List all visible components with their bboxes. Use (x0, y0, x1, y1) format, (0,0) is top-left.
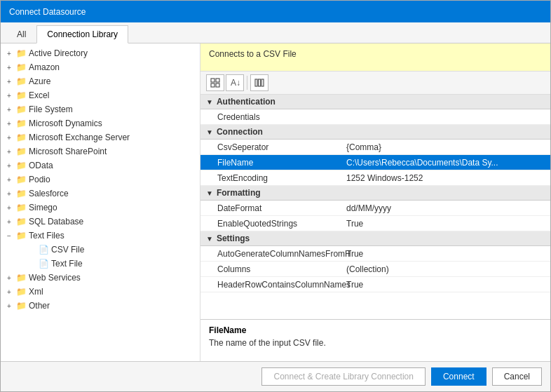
tree-item-podio[interactable]: + 📁 Podio (1, 173, 200, 187)
file-icon: 📄 (38, 258, 49, 269)
expand-icon: + (4, 146, 15, 157)
tree-item-text-files[interactable]: − 📁 Text Files (1, 229, 200, 243)
detail-description: The name of the input CSV file. (209, 338, 542, 348)
grid-icon (210, 78, 220, 88)
section-settings[interactable]: ▼ Settings (200, 231, 550, 246)
expand-icon: + (4, 300, 15, 311)
svg-rect-3 (216, 83, 219, 87)
section-formatting[interactable]: ▼ Formatting (200, 186, 550, 201)
description-text: Connects to a CSV File (209, 49, 297, 59)
expand-icon: + (4, 286, 15, 297)
folder-icon: 📁 (15, 202, 27, 213)
section-connection[interactable]: ▼ Connection (200, 125, 550, 140)
expand-icon: + (4, 62, 15, 73)
tree-item-web-services[interactable]: + 📁 Web Services (1, 271, 200, 285)
svg-rect-7 (261, 79, 264, 86)
tree-item-microsoft-exchange-server[interactable]: + 📁 Microsoft Exchange Server (1, 130, 200, 144)
expand-icon: + (4, 118, 15, 129)
tree-item-other[interactable]: + 📁 Other (1, 299, 200, 313)
bottom-bar: Connect & Create Library Connection Conn… (1, 361, 550, 391)
prop-row-filename[interactable]: FileName C:\Users\Rebecca\Documents\Data… (200, 155, 550, 170)
folder-icon: 📁 (15, 230, 27, 241)
properties-area: ▼ Authentication Credentials ▼ Connectio… (200, 95, 550, 319)
folder-icon: 📁 (15, 272, 27, 283)
folder-icon: 📁 (15, 160, 27, 171)
chevron-down-icon: ▼ (206, 98, 213, 106)
tree-item-amazon[interactable]: + 📁 Amazon (1, 60, 200, 74)
left-panel[interactable]: + 📁 Active Directory + 📁 Amazon + 📁 Azur… (1, 43, 200, 361)
section-authentication[interactable]: ▼ Authentication (200, 95, 550, 109)
folder-icon: 📁 (15, 62, 27, 73)
detail-box: FileName The name of the input CSV file. (200, 319, 550, 361)
connect-button[interactable]: Connect (431, 367, 487, 386)
tree-item-active-directory[interactable]: + 📁 Active Directory (1, 46, 200, 60)
svg-rect-6 (259, 79, 261, 86)
dialog-title-bar: Connect Datasource (1, 1, 550, 22)
grid-view-button[interactable] (206, 74, 224, 91)
columns-icon (254, 78, 264, 88)
expand-icon: + (4, 272, 15, 283)
svg-rect-5 (255, 79, 257, 86)
connect-datasource-dialog: Connect Datasource All Connection Librar… (0, 0, 551, 392)
chevron-down-icon: ▼ (206, 235, 213, 243)
tree-item-simego[interactable]: + 📁 Simego (1, 201, 200, 215)
expand-icon: + (4, 174, 15, 185)
tab-connection-library[interactable]: Connection Library (36, 25, 128, 43)
prop-row-autogenerate[interactable]: AutoGenerateColumnNamesFromH True (200, 246, 550, 262)
tree-item-odata[interactable]: + 📁 OData (1, 158, 200, 173)
svg-text:A↓: A↓ (231, 78, 240, 88)
description-box: Connects to a CSV File (200, 43, 550, 72)
tree-item-xml[interactable]: + 📁 Xml (1, 285, 200, 299)
prop-row-columns[interactable]: Columns (Collection) (200, 262, 550, 277)
expand-icon: + (4, 202, 15, 213)
svg-rect-0 (211, 79, 215, 82)
svg-rect-1 (216, 79, 219, 82)
expand-icon: + (4, 160, 15, 171)
prop-row-dateformat[interactable]: DateFormat dd/MM/yyyy (200, 201, 550, 216)
columns-button[interactable] (250, 74, 268, 91)
folder-icon: 📁 (15, 48, 27, 59)
cancel-button[interactable]: Cancel (492, 367, 542, 386)
content-area: + 📁 Active Directory + 📁 Amazon + 📁 Azur… (1, 43, 550, 361)
folder-icon: 📁 (15, 188, 27, 199)
tree-item-file-system[interactable]: + 📁 File System (1, 102, 200, 116)
expand-icon: + (4, 104, 15, 115)
expand-icon: + (4, 90, 15, 101)
chevron-down-icon: ▼ (206, 189, 213, 197)
folder-icon: 📁 (15, 76, 27, 87)
sort-button[interactable]: A↓ (226, 74, 244, 91)
toolbar-divider (247, 76, 247, 90)
prop-row-headerrow[interactable]: HeaderRowContainsColumnNames True (200, 277, 550, 292)
tree-item-text-file[interactable]: + 📄 Text File (1, 257, 200, 271)
connect-library-button[interactable]: Connect & Create Library Connection (261, 367, 425, 386)
properties-toolbar: A↓ (200, 72, 550, 95)
sort-icon: A↓ (230, 78, 240, 88)
folder-icon: 📁 (15, 146, 27, 157)
tree-item-microsoft-sharepoint[interactable]: + 📁 Microsoft SharePoint (1, 144, 200, 158)
tab-all[interactable]: All (6, 25, 36, 43)
tree-item-salesforce[interactable]: + 📁 Salesforce (1, 187, 200, 201)
right-panel: Connects to a CSV File A↓ (200, 43, 550, 361)
tree-item-azure[interactable]: + 📁 Azure (1, 74, 200, 88)
chevron-down-icon: ▼ (206, 128, 213, 136)
prop-row-enablequotedstrings[interactable]: EnableQuotedStrings True (200, 216, 550, 231)
dialog-title: Connect Datasource (9, 7, 86, 17)
tree-item-csv-file[interactable]: + 📄 CSV File (1, 243, 200, 257)
folder-icon: 📁 (15, 132, 27, 143)
svg-rect-2 (211, 83, 215, 87)
expand-icon: + (4, 216, 15, 227)
tree-item-microsoft-dynamics[interactable]: + 📁 Microsoft Dynamics (1, 116, 200, 130)
tabs-row: All Connection Library (1, 22, 550, 43)
prop-row-credentials[interactable]: Credentials (200, 109, 550, 125)
tree-item-sql-database[interactable]: + 📁 SQL Database (1, 215, 200, 229)
folder-icon: 📁 (15, 300, 27, 311)
prop-row-textencoding[interactable]: TextEncoding 1252 Windows-1252 (200, 170, 550, 186)
detail-title: FileName (209, 325, 542, 335)
expand-icon: + (4, 132, 15, 143)
folder-icon: 📁 (15, 118, 27, 129)
folder-icon: 📁 (15, 104, 27, 115)
prop-row-csvseperator[interactable]: CsvSeperator {Comma} (200, 140, 550, 155)
folder-icon: 📁 (15, 90, 27, 101)
folder-icon: 📁 (15, 174, 27, 185)
tree-item-excel[interactable]: + 📁 Excel (1, 88, 200, 102)
